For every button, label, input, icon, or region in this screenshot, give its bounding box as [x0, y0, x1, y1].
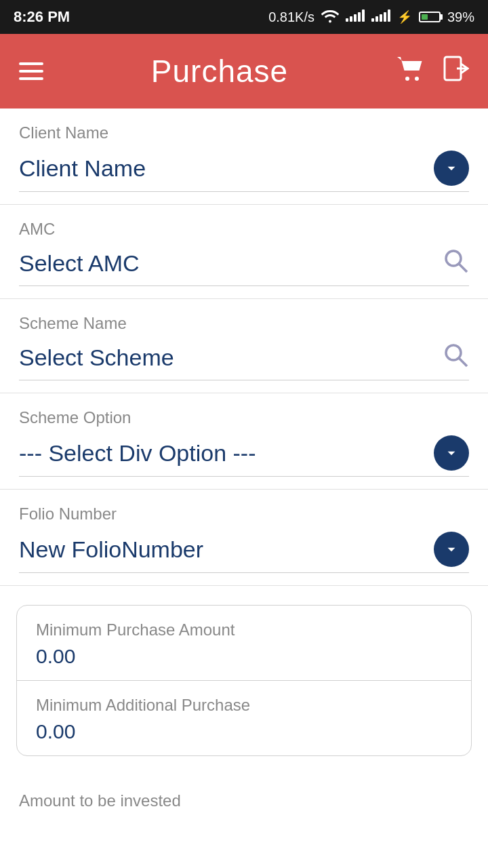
scheme-option-dropdown[interactable] [434, 435, 469, 471]
client-name-label: Client Name [19, 123, 469, 142]
cart-icon[interactable] [396, 56, 424, 87]
amount-label: Amount to be invested [0, 775, 488, 817]
signal-icon-2 [371, 9, 390, 25]
amc-search-icon[interactable] [442, 247, 469, 280]
svg-line-4 [459, 264, 467, 272]
min-purchase-row: Minimum Purchase Amount 0.00 [17, 606, 471, 680]
min-purchase-label: Minimum Purchase Amount [36, 620, 452, 639]
scheme-option-field: Scheme Option --- Select Div Option --- [0, 393, 488, 490]
scheme-name-value: Select Scheme [19, 344, 174, 371]
scheme-name-field: Scheme Name Select Scheme [0, 299, 488, 393]
amc-label: AMC [19, 220, 469, 239]
charging-icon: ⚡ [397, 9, 412, 24]
min-additional-purchase-label: Minimum Additional Purchase [36, 696, 452, 715]
app-header: Purchase [0, 34, 488, 108]
status-indicators: 0.81K/s [268, 8, 474, 26]
client-name-field: Client Name Client Name [0, 108, 488, 205]
signal-icon-1 [346, 9, 365, 25]
svg-line-6 [459, 358, 467, 366]
info-card: Minimum Purchase Amount 0.00 Minimum Add… [16, 605, 472, 756]
client-name-value: Client Name [19, 155, 146, 182]
form-content: Client Name Client Name AMC Select AMC S… [0, 108, 488, 868]
wifi-icon [321, 8, 339, 26]
folio-number-field: Folio Number New FolioNumber [0, 490, 488, 586]
amc-row[interactable]: Select AMC [19, 247, 469, 286]
min-additional-purchase-row: Minimum Additional Purchase 0.00 [17, 680, 471, 755]
svg-point-3 [446, 251, 461, 266]
amount-label-text: Amount to be invested [19, 791, 181, 810]
folio-number-value: New FolioNumber [19, 536, 203, 563]
battery-percent: 39% [447, 9, 474, 25]
svg-point-0 [405, 77, 409, 81]
page-title: Purchase [151, 53, 288, 90]
client-name-row[interactable]: Client Name [19, 151, 469, 192]
scheme-option-row[interactable]: --- Select Div Option --- [19, 435, 469, 477]
logout-icon[interactable] [443, 56, 469, 87]
scheme-option-label: Scheme Option [19, 408, 469, 427]
svg-point-5 [446, 345, 461, 360]
min-additional-purchase-value: 0.00 [36, 720, 452, 743]
battery-indicator [419, 12, 441, 22]
status-bar: 8:26 PM 0.81K/s [0, 0, 488, 34]
scheme-name-label: Scheme Name [19, 314, 469, 333]
folio-number-label: Folio Number [19, 505, 469, 524]
scheme-search-icon[interactable] [442, 341, 469, 374]
client-name-dropdown[interactable] [434, 151, 469, 186]
svg-point-1 [415, 77, 419, 81]
menu-button[interactable] [19, 62, 43, 80]
scheme-option-value: --- Select Div Option --- [19, 440, 256, 467]
folio-number-row[interactable]: New FolioNumber [19, 532, 469, 573]
folio-number-dropdown[interactable] [434, 532, 469, 567]
network-speed: 0.81K/s [268, 9, 314, 25]
amc-value: Select AMC [19, 250, 140, 277]
scheme-name-row[interactable]: Select Scheme [19, 341, 469, 380]
header-actions [396, 56, 469, 87]
status-time: 8:26 PM [14, 8, 70, 26]
min-purchase-value: 0.00 [36, 645, 452, 668]
amc-field: AMC Select AMC [0, 205, 488, 299]
